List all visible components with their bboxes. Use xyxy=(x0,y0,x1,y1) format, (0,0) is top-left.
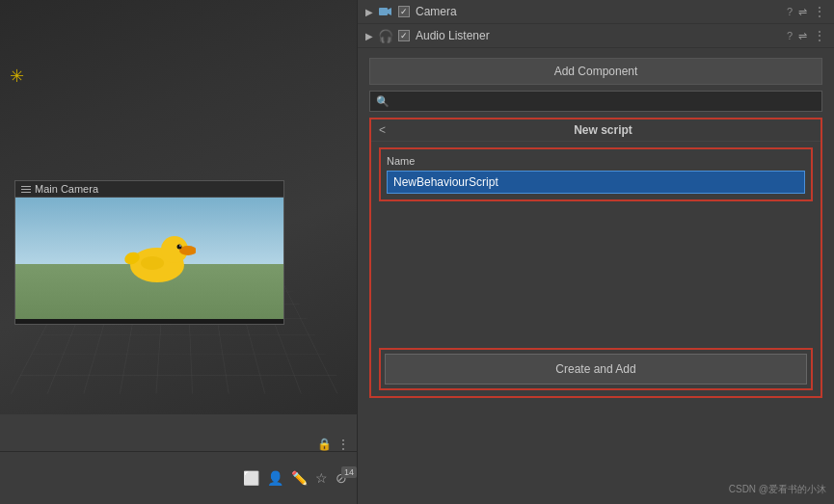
watermark: CSDN @爱看书的小沐 xyxy=(729,483,826,496)
svg-rect-7 xyxy=(379,8,388,15)
person-icon[interactable]: 👤 xyxy=(267,470,283,486)
svg-point-5 xyxy=(141,256,164,270)
audio-listener-component-row: ▶ 🎧 Audio Listener ? ⇌ ⋮ xyxy=(358,24,834,48)
create-add-section: Create and Add xyxy=(379,348,813,390)
inspector-panel: ▶ Camera ? ⇌ ⋮ ▶ 🎧 Audio Listener ? ⇌ ⋮ xyxy=(357,0,834,504)
svg-point-3 xyxy=(177,245,182,250)
brush-icon[interactable]: ✏️ xyxy=(291,470,308,486)
more-icon[interactable]: ⋮ xyxy=(813,5,826,18)
audio-component-actions: ? ⇌ ⋮ xyxy=(787,29,826,42)
search-input[interactable] xyxy=(393,94,816,108)
sun-icon: ✳ xyxy=(10,66,24,87)
create-and-add-button[interactable]: Create and Add xyxy=(385,354,807,385)
add-component-button[interactable]: Add Component xyxy=(369,58,822,85)
camera-checkbox[interactable] xyxy=(398,6,410,17)
settings-icon[interactable]: ⇌ xyxy=(798,6,807,18)
expand-arrow-icon: ▶ xyxy=(365,7,373,17)
camera-preview-window: Main Camera xyxy=(14,180,284,325)
duck-object xyxy=(119,215,196,290)
headphone-icon: 🎧 xyxy=(379,29,392,42)
layers-icon[interactable]: ⊘14 xyxy=(336,470,347,486)
help-icon[interactable]: ? xyxy=(787,6,793,17)
add-component-section: Add Component 🔍 < New script Name Create… xyxy=(358,48,834,408)
camera-component-row: ▶ Camera ? ⇌ ⋮ xyxy=(358,0,834,24)
svg-marker-8 xyxy=(388,8,391,15)
camera-video-icon xyxy=(379,5,392,18)
menu-lines-icon xyxy=(21,186,31,193)
new-script-container: < New script Name Create and Add xyxy=(369,118,822,398)
star-icon[interactable]: ☆ xyxy=(315,470,328,486)
svg-point-4 xyxy=(179,245,181,247)
options-icon: ⋮ xyxy=(337,438,349,451)
audio-checkbox[interactable] xyxy=(398,30,410,41)
script-body-area xyxy=(371,207,821,342)
script-name-input[interactable] xyxy=(387,171,805,194)
frame-icon[interactable]: ⬜ xyxy=(243,470,259,486)
help-icon[interactable]: ? xyxy=(787,30,793,41)
new-script-title: New script xyxy=(393,123,813,137)
camera-component-name: Camera xyxy=(416,5,781,18)
more-icon[interactable]: ⋮ xyxy=(813,29,826,42)
camera-preview-header: Main Camera xyxy=(15,181,283,198)
script-name-label: Name xyxy=(387,155,805,167)
expand-arrow-icon: ▶ xyxy=(365,31,373,41)
scene-toolbar: ⬜ 👤 ✏️ ☆ ⊘14 xyxy=(0,451,357,504)
script-name-section: Name xyxy=(379,147,813,201)
settings-icon[interactable]: ⇌ xyxy=(798,30,807,42)
camera-component-actions: ? ⇌ ⋮ xyxy=(787,5,826,18)
camera-preview-title: Main Camera xyxy=(35,183,98,195)
new-script-header: < New script xyxy=(371,119,821,142)
lock-area: 🔒 ⋮ xyxy=(317,438,349,451)
lock-icon: 🔒 xyxy=(317,438,332,451)
audio-component-name: Audio Listener xyxy=(416,29,781,42)
search-bar: 🔍 xyxy=(369,91,822,112)
back-arrow-icon[interactable]: < xyxy=(379,123,386,137)
camera-scene xyxy=(15,198,283,319)
badge-count: 14 xyxy=(341,466,357,478)
scene-background: ✳ Main Camera xyxy=(0,0,357,414)
scene-view-panel: ✳ Main Camera xyxy=(0,0,357,504)
search-icon: 🔍 xyxy=(376,95,390,108)
